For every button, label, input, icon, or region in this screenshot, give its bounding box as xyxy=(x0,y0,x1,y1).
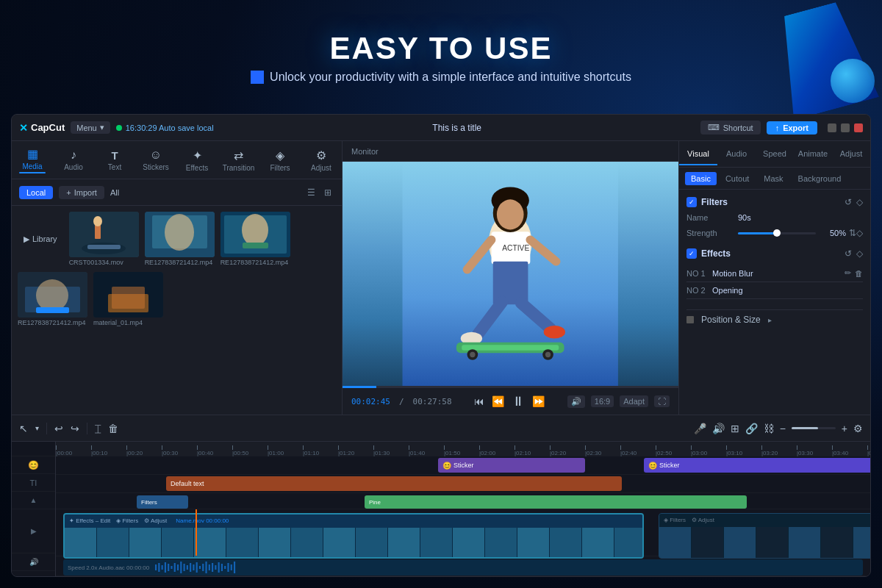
text-clip[interactable]: Default text xyxy=(166,476,622,491)
effects-checkbox[interactable]: ✓ xyxy=(686,248,697,259)
frame-1 xyxy=(65,528,97,557)
play-pause-button[interactable]: ⏸ xyxy=(512,394,525,409)
toolbar-item-audio[interactable]: ♪ Audio xyxy=(60,148,87,171)
toolbar-item-media[interactable]: ▦ Media xyxy=(19,147,46,173)
video-clip-2[interactable]: ◈ Filters ⚙ Adjust xyxy=(659,513,870,559)
subtab-mask[interactable]: Mask xyxy=(758,172,789,185)
tab-adjust[interactable]: Adjust xyxy=(832,143,870,165)
filters-checkbox[interactable]: ✓ xyxy=(686,197,697,207)
mic-button[interactable]: 🎤 xyxy=(694,423,706,434)
playhead[interactable] xyxy=(196,509,197,556)
close-button[interactable] xyxy=(854,123,863,132)
minus-button[interactable]: − xyxy=(780,423,786,434)
monitor-area: Monitor xyxy=(343,141,679,415)
grid-view-button[interactable]: ⊞ xyxy=(321,186,334,199)
tab-visual[interactable]: Visual xyxy=(679,143,717,165)
skip-start-button[interactable]: ⏮ xyxy=(474,395,484,407)
shortcut-button[interactable]: ⌨ Shortcut xyxy=(700,121,761,135)
ruler-label xyxy=(12,442,55,456)
fullscreen-button[interactable]: ⛶ xyxy=(654,395,670,407)
frame-2-5 xyxy=(789,527,821,558)
split2-button[interactable]: ⛓ xyxy=(764,423,774,434)
video-2-frames xyxy=(659,527,870,558)
audio-button[interactable]: 🔊 xyxy=(712,423,725,434)
filters-title: Filters xyxy=(701,197,728,207)
media-thumbnail-5[interactable]: 00:32 material_01.mp4 xyxy=(93,272,163,326)
ruler-mark-350: |03:50 xyxy=(867,445,870,456)
strength-slider[interactable] xyxy=(738,232,816,234)
app-name: CapCut xyxy=(31,122,65,133)
media-thumbnail-4[interactable]: 00:32 RE127838721412.mp4 xyxy=(18,272,87,326)
frame-2-4 xyxy=(756,527,789,558)
undo-button[interactable]: ↩ xyxy=(54,423,63,434)
split-button[interactable]: ⌶ xyxy=(95,423,101,434)
toolbar-item-stickers[interactable]: ☺ Stickers xyxy=(143,148,169,171)
volume-button[interactable]: 🔊 xyxy=(567,395,585,408)
sticker-clip-2[interactable]: 😊 Sticker xyxy=(644,458,870,473)
tab-audio[interactable]: Audio xyxy=(717,143,756,165)
media-thumbnail-1[interactable]: 00:32 CRST001334.mov xyxy=(69,212,139,266)
effects-reset-button[interactable]: ↺ xyxy=(845,248,852,259)
ratio-button[interactable]: 16:9 xyxy=(591,395,614,407)
svg-rect-47 xyxy=(180,562,182,573)
toolbar-item-text[interactable]: T Text xyxy=(101,149,128,171)
effect-1-delete-button[interactable]: 🗑 xyxy=(855,268,863,278)
list-view-button[interactable]: ☰ xyxy=(304,186,318,199)
import-button[interactable]: + Import xyxy=(59,186,104,199)
effect-1-edit-button[interactable]: ✏ xyxy=(845,268,851,278)
subtab-cutout[interactable]: Cutout xyxy=(720,172,755,185)
plus-button[interactable]: + xyxy=(842,423,847,434)
track-button[interactable]: ⊞ xyxy=(731,423,739,434)
autosave-text: 16:30:29 Auto save local xyxy=(126,123,214,132)
app-logo: ✕ CapCut xyxy=(19,122,65,134)
strength-reset-button[interactable]: ⇅ xyxy=(849,228,856,238)
subtab-background[interactable]: Background xyxy=(792,172,847,185)
filters-reset-button[interactable]: ↺ xyxy=(845,197,852,207)
pos-size-toggle[interactable] xyxy=(686,316,694,323)
sticker-clip-1[interactable]: 😊 Sticker xyxy=(438,458,585,473)
filters-diamond-button[interactable]: ◇ xyxy=(856,197,863,207)
tl-chevron-button[interactable]: ▾ xyxy=(35,424,39,432)
library-item[interactable]: ▶ Library xyxy=(18,212,63,266)
toolbar-item-transition[interactable]: ⇄ Transition xyxy=(225,148,252,172)
toolbar-item-adjust[interactable]: ⚙ Adjust xyxy=(308,148,334,172)
maximize-button[interactable] xyxy=(841,123,850,132)
svg-rect-34 xyxy=(462,345,559,350)
effects-icon: ✦ xyxy=(193,148,202,162)
filter-clip[interactable]: Filters xyxy=(137,495,188,509)
next-frame-button[interactable]: ⏩ xyxy=(532,395,545,407)
pine-clip[interactable]: Pine xyxy=(365,495,747,509)
zoom-slider[interactable] xyxy=(792,427,836,429)
svg-rect-45 xyxy=(174,563,176,572)
media-thumbnail-3[interactable]: Added 00:32 RE127838721412.mp4 xyxy=(220,212,290,266)
strength-diamond-button[interactable]: ◇ xyxy=(856,228,863,238)
audio-clip[interactable]: Speed 2.0x Audio.aac 00:00:00 xyxy=(63,559,863,576)
autosave-info: 16:30:29 Auto save local xyxy=(116,123,214,132)
tab-animate[interactable]: Animate xyxy=(794,143,832,165)
frame-18 xyxy=(614,528,642,557)
media-thumbnail-2[interactable]: 00:32 RE127838721412.mp4 xyxy=(145,212,215,266)
menu-button[interactable]: Menu ▾ xyxy=(71,121,110,134)
delete-button[interactable]: 🗑 xyxy=(108,423,118,434)
select-tool-button[interactable]: ↖ xyxy=(19,423,28,434)
toolbar-item-filters[interactable]: ◈ Filters xyxy=(267,148,293,172)
effects-diamond-button[interactable]: ◇ xyxy=(856,248,863,259)
left-panel: ▦ Media ♪ Audio T Text ☺ Stickers ✦ xyxy=(12,141,343,415)
video-clip-main[interactable]: ✦ Effects – Edit ◈ Filters ⚙ Adjust Name… xyxy=(63,513,644,559)
adjust-tag: ⚙ Adjust xyxy=(144,517,167,524)
adjust-icon: ⚙ xyxy=(316,148,326,162)
subtab-basic[interactable]: Basic xyxy=(685,172,717,185)
link-button[interactable]: 🔗 xyxy=(745,423,758,434)
adapt-button[interactable]: Adapt xyxy=(620,395,648,407)
tab-speed[interactable]: Speed xyxy=(756,143,794,165)
toolbar-item-effects[interactable]: ✦ Effects xyxy=(184,148,210,172)
local-button[interactable]: Local xyxy=(19,186,53,199)
minimize-button[interactable] xyxy=(828,123,836,132)
prev-frame-button[interactable]: ⏪ xyxy=(492,395,504,407)
settings-button[interactable]: ⚙ xyxy=(853,423,863,434)
svg-point-7 xyxy=(165,214,194,251)
media-toolbar: ▦ Media ♪ Audio T Text ☺ Stickers ✦ xyxy=(12,141,342,179)
redo-button[interactable]: ↪ xyxy=(71,423,79,434)
export-button[interactable]: ↑ Export xyxy=(767,121,817,135)
effect-item-2: NO 2 Opening xyxy=(686,282,863,299)
